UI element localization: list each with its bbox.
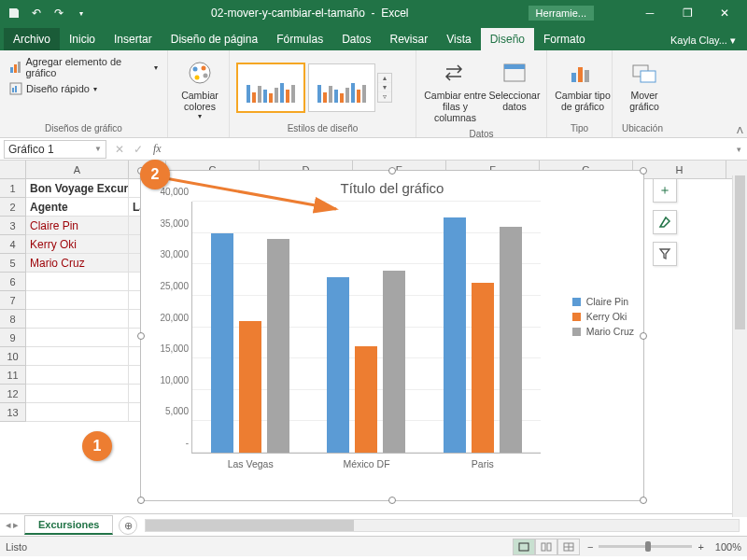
window-title: 02-mover-y-cambiar-el-tamaño - Excel xyxy=(92,7,529,20)
row-header[interactable]: 5 xyxy=(0,254,26,273)
select-data-icon xyxy=(500,58,529,88)
col-header[interactable]: A xyxy=(26,161,129,178)
row-header[interactable]: 12 xyxy=(0,385,26,403)
tab-diseno[interactable]: Diseño xyxy=(481,28,534,50)
zoom-slider[interactable] xyxy=(599,545,692,548)
cell[interactable] xyxy=(26,403,129,422)
row-header[interactable]: 4 xyxy=(0,235,26,254)
new-sheet-button[interactable]: ⊕ xyxy=(119,516,137,535)
cell[interactable] xyxy=(26,329,129,347)
user-name[interactable]: Kayla Clay... ▾ xyxy=(663,31,743,50)
enter-formula-icon[interactable]: ✓ xyxy=(129,143,148,156)
quick-layout-button[interactable]: Diseño rápido▾ xyxy=(6,80,162,97)
tab-datos[interactable]: Datos xyxy=(332,28,380,50)
row-header[interactable]: 3 xyxy=(0,217,26,235)
zoom-in-icon[interactable]: + xyxy=(698,541,703,553)
step-badge-1: 1 xyxy=(82,431,112,461)
save-icon[interactable] xyxy=(4,3,24,23)
page-layout-view-icon[interactable] xyxy=(535,539,557,555)
tab-archivo[interactable]: Archivo xyxy=(4,28,60,50)
row-header[interactable]: 8 xyxy=(0,310,26,329)
qat-dropdown-icon[interactable]: ▾ xyxy=(71,3,92,23)
chart-styles-button[interactable] xyxy=(653,210,677,234)
horizontal-scrollbar[interactable] xyxy=(145,519,740,532)
switch-row-column-button[interactable]: Cambiar entre filas y columnas xyxy=(422,54,488,127)
zoom-controls[interactable]: − + 100% xyxy=(587,541,741,553)
tab-revisar[interactable]: Revisar xyxy=(381,28,438,50)
contextual-tab-label: Herramie... xyxy=(529,6,594,21)
fx-icon[interactable]: fx xyxy=(148,142,167,156)
group-location: Ubicación xyxy=(618,123,667,133)
move-chart-button[interactable]: Mover gráfico xyxy=(618,54,670,116)
tab-diseno-pagina[interactable]: Diseño de página xyxy=(162,28,267,50)
chart-elements-button[interactable]: ＋ xyxy=(653,178,677,203)
sheet-nav[interactable]: ◂▸ xyxy=(0,519,24,531)
row-header[interactable]: 7 xyxy=(0,291,26,310)
formula-input[interactable] xyxy=(167,140,730,159)
cell[interactable]: Bon Voyage Excursiones xyxy=(26,179,129,198)
row-header[interactable]: 13 xyxy=(0,403,26,422)
style-thumb-1[interactable] xyxy=(237,63,304,112)
undo-icon[interactable]: ↶ xyxy=(26,3,47,23)
chart-style-gallery[interactable] xyxy=(235,62,377,114)
svg-point-8 xyxy=(202,66,206,71)
cell[interactable]: Agente xyxy=(26,198,129,217)
row-header[interactable]: 2 xyxy=(0,198,26,217)
worksheet-grid[interactable]: A B C D E F G H 1Bon Voyage Excursiones … xyxy=(0,161,747,513)
cell[interactable]: Mario Cruz xyxy=(26,254,129,273)
collapse-ribbon-icon[interactable]: ᐱ xyxy=(737,125,743,135)
cell[interactable]: Claire Pin xyxy=(26,217,129,235)
svg-rect-2 xyxy=(18,62,21,73)
cell[interactable]: Kerry Oki xyxy=(26,235,129,254)
svg-rect-15 xyxy=(585,70,589,82)
row-header[interactable]: 10 xyxy=(0,347,26,366)
cell[interactable] xyxy=(26,273,129,291)
change-colors-button[interactable]: Cambiar colores▾ xyxy=(174,54,226,124)
select-all-corner[interactable] xyxy=(0,161,26,179)
chart-plot-area[interactable]: -5,00010,00015,00020,00025,00030,00035,0… xyxy=(191,202,541,454)
chart-legend[interactable]: Claire PinKerry OkiMario Cruz xyxy=(572,292,634,341)
name-box[interactable]: Gráfico 1▼ xyxy=(4,140,106,159)
svg-rect-13 xyxy=(571,73,576,82)
gallery-scroll[interactable]: ▴▾▿ xyxy=(377,73,392,103)
tab-insertar[interactable]: Insertar xyxy=(105,28,162,50)
expand-formula-bar-icon[interactable]: ▾ xyxy=(730,145,747,154)
tab-formulas[interactable]: Fórmulas xyxy=(267,28,332,50)
zoom-out-icon[interactable]: − xyxy=(587,541,593,553)
row-header[interactable]: 6 xyxy=(0,273,26,291)
svg-rect-19 xyxy=(519,543,529,551)
chart-title[interactable]: Título del gráfico xyxy=(141,171,643,202)
zoom-level[interactable]: 100% xyxy=(715,541,741,553)
svg-rect-17 xyxy=(641,71,655,82)
chart-filters-button[interactable] xyxy=(653,242,677,266)
sheet-tab-bar: ◂▸ Excursiones ⊕ xyxy=(0,513,747,536)
cell[interactable] xyxy=(26,310,129,329)
tab-vista[interactable]: Vista xyxy=(437,28,480,50)
tab-inicio[interactable]: Inicio xyxy=(60,28,105,50)
page-break-view-icon[interactable] xyxy=(557,539,580,555)
tab-formato[interactable]: Formato xyxy=(534,28,595,50)
cell[interactable] xyxy=(26,347,129,366)
svg-rect-5 xyxy=(15,86,17,92)
normal-view-icon[interactable] xyxy=(513,539,535,555)
sheet-tab-excursiones[interactable]: Excursiones xyxy=(24,515,113,535)
title-bar: ↶ ↷ ▾ 02-mover-y-cambiar-el-tamaño - Exc… xyxy=(0,0,747,26)
cell[interactable] xyxy=(26,385,129,403)
close-icon[interactable]: ✕ xyxy=(706,0,743,26)
select-data-button[interactable]: Seleccionar datos xyxy=(488,54,541,127)
row-header[interactable]: 11 xyxy=(0,366,26,385)
cancel-formula-icon[interactable]: ✕ xyxy=(110,143,129,156)
cell[interactable] xyxy=(26,366,129,385)
embedded-chart[interactable]: Título del gráfico -5,00010,00015,00020,… xyxy=(140,170,644,501)
restore-icon[interactable]: ❐ xyxy=(669,0,706,26)
change-chart-type-button[interactable]: Cambiar tipo de gráfico xyxy=(553,54,613,116)
add-chart-element-button[interactable]: Agregar elemento de gráfico▾ xyxy=(6,54,162,80)
style-thumb-2[interactable] xyxy=(308,63,375,112)
cell[interactable] xyxy=(26,291,129,310)
minimize-icon[interactable]: ─ xyxy=(631,0,669,26)
vertical-scrollbar[interactable] xyxy=(732,175,747,517)
row-header[interactable]: 1 xyxy=(0,179,26,198)
redo-icon[interactable]: ↷ xyxy=(49,3,69,23)
col-header[interactable]: H xyxy=(633,161,726,178)
row-header[interactable]: 9 xyxy=(0,329,26,347)
